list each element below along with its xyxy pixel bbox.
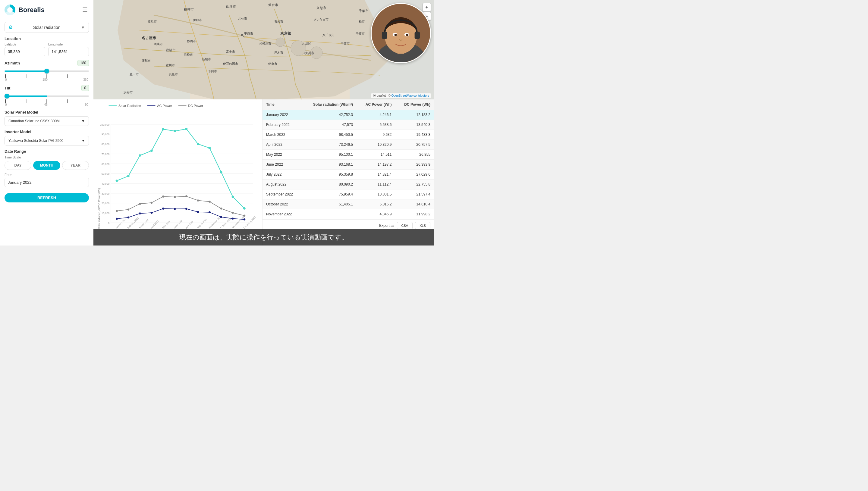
svg-point-90 (150, 149, 153, 152)
col-ac: AC Power (Wh) (357, 99, 395, 110)
map-attribution: 🗺 Leaflet | © OpenStreetMap contributors (371, 93, 431, 98)
svg-point-98 (243, 207, 246, 210)
tilt-value: 0 (81, 85, 89, 91)
svg-text:Solar radiation, AC/DC Power (: Solar radiation, AC/DC Power (Wh) (97, 188, 101, 229)
svg-text:相模原市: 相模原市 (259, 42, 271, 45)
svg-text:80,000: 80,000 (102, 143, 110, 146)
cell-dc: 12,183.2 (395, 110, 434, 120)
svg-text:40,000: 40,000 (102, 182, 110, 185)
svg-point-121 (232, 218, 234, 220)
day-button[interactable]: DAY (4, 161, 31, 170)
menu-button[interactable]: ☰ (81, 5, 89, 15)
refresh-button[interactable]: REFRESH (4, 193, 89, 202)
table-row: September 202275,959.410,801.521,597.4 (262, 190, 434, 199)
svg-point-103 (162, 196, 164, 198)
table-row: February 202247,5735,538.613,540.3 (262, 120, 434, 130)
month-button[interactable]: MONTH (33, 161, 60, 170)
tick-mark: | (67, 74, 68, 78)
cell-solar (302, 209, 357, 219)
svg-point-109 (232, 212, 234, 214)
time-scale-row: DAY MONTH YEAR (4, 161, 89, 170)
svg-point-100 (128, 208, 130, 210)
svg-text:八千代市: 八千代市 (323, 33, 335, 37)
subtitle-bar: 現在の画面は、実際に操作を行っている実演動画です。 (93, 229, 434, 246)
svg-point-96 (220, 171, 222, 174)
svg-point-48 (394, 34, 397, 36)
logo-icon (4, 4, 16, 16)
legend-dc-label: DC Power (188, 104, 203, 108)
location-row: Latitude Longitude (4, 42, 89, 56)
solar-panel-value: Canadian Solar Inc CS6X 300M (8, 119, 60, 123)
solar-panel-label: Solar Panel Model (4, 110, 89, 114)
svg-text:伊那市: 伊那市 (193, 18, 202, 22)
tick-mark: | (5, 74, 6, 78)
export-xls-button[interactable]: XLS (415, 222, 430, 229)
osm-attribution[interactable]: OpenStreetMap contributors (391, 94, 429, 97)
tilt-label: Tilt (4, 86, 10, 90)
svg-text:December 2022: December 2022 (243, 216, 256, 229)
chevron-down-icon: ▼ (81, 25, 85, 30)
svg-text:伊豆の国市: 伊豆の国市 (223, 62, 238, 65)
svg-point-101 (139, 203, 141, 205)
longitude-input[interactable] (48, 47, 89, 56)
webcam-person (372, 4, 430, 62)
inverter-select[interactable]: Yaskawa Solectria Solar PVI-2500 ▼ (4, 136, 89, 145)
table-body: January 202242,752.34,246.112,183.2Febru… (262, 110, 434, 219)
svg-text:May 2022: May 2022 (162, 220, 171, 229)
svg-point-99 (116, 210, 118, 212)
svg-text:豊田市: 豊田市 (130, 73, 139, 76)
legend-ac: AC Power (147, 104, 172, 108)
svg-point-118 (197, 211, 199, 213)
svg-point-107 (208, 201, 211, 203)
latitude-input[interactable] (4, 47, 45, 56)
export-csv-button[interactable]: CSV (397, 222, 413, 229)
tilt-slider[interactable] (4, 95, 89, 97)
table-row: March 202268,450.59,63219,433.3 (262, 130, 434, 140)
svg-text:静岡市: 静岡市 (187, 39, 196, 43)
solar-panel-section: Solar Panel Model Canadian Solar Inc CS6… (4, 110, 89, 126)
solar-radiation-selector[interactable]: ⚙ Solar radiation ▼ (4, 22, 89, 33)
svg-text:浜松市: 浜松市 (123, 91, 133, 94)
gear-icon: ⚙ (8, 24, 13, 30)
year-button[interactable]: YEAR (62, 161, 89, 170)
cell-dc: 14,610.4 (395, 199, 434, 209)
logo-area: Borealis (4, 4, 45, 16)
solar-panel-select[interactable]: Canadian Solar Inc CS6X 300M ▼ (4, 116, 89, 126)
svg-point-88 (127, 175, 130, 177)
svg-rect-51 (415, 32, 420, 39)
cell-ac: 14,321.4 (357, 170, 395, 179)
cell-time: June 2022 (262, 160, 302, 170)
svg-point-94 (197, 143, 199, 145)
chevron-down-icon: ▼ (81, 139, 85, 143)
cell-solar: 73,246.5 (302, 140, 357, 150)
svg-text:仙台市: 仙台市 (268, 3, 278, 7)
svg-text:山形市: 山形市 (226, 4, 236, 8)
azimuth-slider[interactable] (4, 70, 89, 72)
from-input[interactable] (4, 178, 89, 187)
col-time: Time (262, 99, 302, 110)
inverter-label: Inverter Model (4, 129, 89, 134)
azimuth-tick-labels: 0 180 360 (4, 78, 89, 81)
azimuth-ticks: | | | | | (4, 74, 89, 78)
app-title: Borealis (18, 6, 45, 14)
webcam-overlay (371, 3, 431, 63)
svg-point-117 (185, 208, 188, 210)
longitude-label: Longitude (48, 42, 89, 46)
map-area[interactable]: 福井市 山形市 仙台市 久慈市 千葉市 岐阜市 伊那市 北杜市 青梅市 さいたま… (93, 0, 434, 99)
legend-solar-color (109, 106, 117, 106)
svg-point-104 (174, 196, 176, 198)
cell-solar: 51,405.1 (302, 199, 357, 209)
app-container: Borealis ☰ ⚙ Solar radiation ▼ Location … (0, 0, 434, 246)
table-row: October 202251,405.16,015.214,610.4 (262, 199, 434, 209)
svg-rect-50 (382, 32, 387, 39)
latitude-label: Latitude (4, 42, 45, 46)
svg-point-116 (174, 208, 176, 210)
cell-time: January 2022 (262, 110, 302, 120)
azimuth-slider-container (4, 68, 89, 73)
svg-text:60,000: 60,000 (102, 163, 110, 166)
cell-dc: 20,757.5 (395, 140, 434, 150)
svg-point-120 (220, 216, 222, 218)
svg-point-115 (162, 207, 164, 210)
svg-text:横浜市: 横浜市 (304, 51, 314, 55)
cell-ac: 6,015.2 (357, 199, 395, 209)
